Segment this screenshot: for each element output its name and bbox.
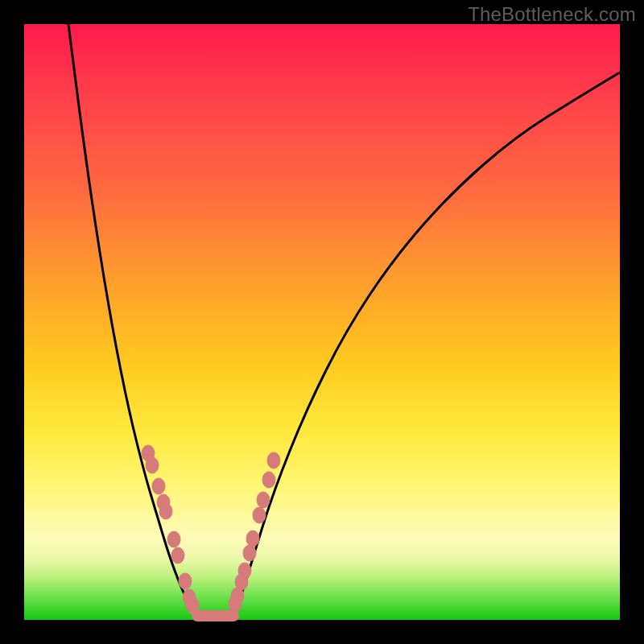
markers-right <box>229 452 280 612</box>
marker-dot <box>186 597 199 613</box>
marker-dot <box>267 452 280 469</box>
plot-area <box>24 24 620 620</box>
markers-left <box>142 445 199 613</box>
curve-left-branch <box>68 24 197 616</box>
curve-right-branch <box>233 72 620 616</box>
marker-dot <box>152 478 165 494</box>
marker-dot <box>167 531 180 547</box>
marker-dot <box>146 457 159 473</box>
marker-dot <box>159 503 172 519</box>
marker-dot <box>253 507 266 523</box>
watermark-text: TheBottleneck.com <box>468 3 636 26</box>
marker-dot <box>262 472 275 488</box>
marker-dot <box>238 563 251 579</box>
marker-dot <box>243 545 256 561</box>
chart-frame: TheBottleneck.com <box>0 0 644 644</box>
marker-dot <box>179 573 192 589</box>
marker-dot <box>171 547 184 564</box>
chart-svg <box>24 24 620 620</box>
marker-dot <box>246 530 259 547</box>
marker-dot <box>257 492 270 508</box>
